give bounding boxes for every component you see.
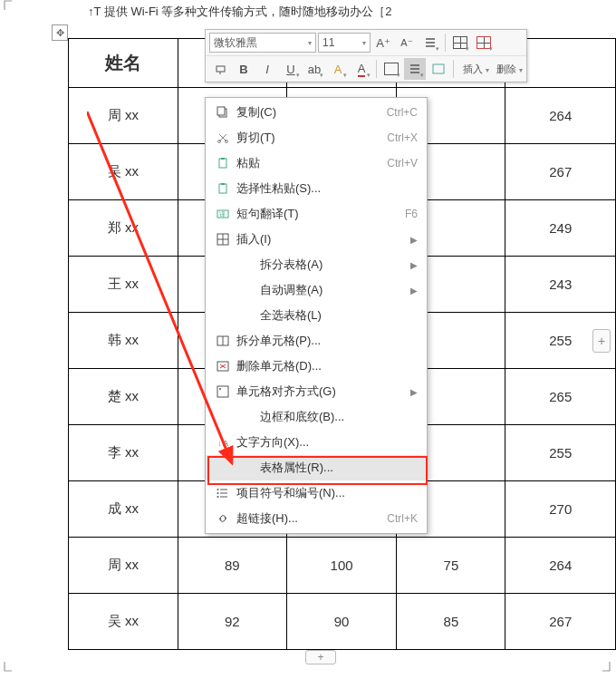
menu-item[interactable]: 粘贴Ctrl+V bbox=[206, 150, 427, 176]
menu-item-label: 单元格对齐方式(G) bbox=[233, 383, 410, 400]
table-insert-button[interactable] bbox=[449, 32, 471, 53]
menu-item-label: 复制(C) bbox=[233, 104, 387, 121]
menu-item-label: 短句翻译(T) bbox=[233, 206, 405, 222]
menu-item-label: 插入(I) bbox=[233, 231, 410, 247]
highlight-button[interactable]: A bbox=[327, 58, 349, 80]
menu-item-label: 全选表格(L) bbox=[233, 307, 418, 324]
add-column-button[interactable]: + bbox=[592, 329, 611, 353]
svg-rect-6 bbox=[219, 159, 226, 168]
menu-item-label: 删除单元格(D)... bbox=[233, 358, 418, 374]
menu-item[interactable]: 全选表格(L) bbox=[206, 303, 427, 328]
blank-icon bbox=[213, 408, 233, 426]
insert-group[interactable]: 插入 ▾ bbox=[463, 63, 489, 76]
grow-font-button[interactable]: A⁺ bbox=[372, 32, 394, 53]
menu-item[interactable]: 剪切(T)Ctrl+X bbox=[206, 125, 427, 150]
table-row[interactable]: 吴 xx929085267 bbox=[69, 594, 616, 650]
svg-rect-3 bbox=[217, 107, 225, 115]
doc-corner-br bbox=[602, 661, 612, 672]
svg-text:译: 译 bbox=[219, 211, 226, 218]
svg-rect-15 bbox=[217, 386, 228, 397]
menu-item[interactable]: 边框和底纹(B)... bbox=[206, 404, 427, 430]
copy-icon bbox=[213, 103, 233, 121]
add-row-button[interactable]: + bbox=[305, 650, 336, 664]
blank-icon bbox=[213, 306, 233, 325]
context-menu: 复制(C)Ctrl+C剪切(T)Ctrl+X粘贴Ctrl+V选择性粘贴(S)..… bbox=[205, 97, 428, 534]
format-painter-button[interactable] bbox=[209, 58, 231, 80]
menu-item-label: 选择性粘贴(S)... bbox=[233, 180, 418, 197]
menu-item[interactable]: ↓A文字方向(X)... bbox=[206, 430, 427, 455]
blank-icon bbox=[213, 281, 233, 299]
align-icon bbox=[213, 383, 233, 401]
menu-item-label: 剪切(T) bbox=[233, 130, 387, 146]
menu-item[interactable]: 复制(C)Ctrl+C bbox=[206, 100, 427, 125]
doc-corner-tl bbox=[2, 0, 13, 11]
menu-item-label: 边框和底纹(B)... bbox=[233, 409, 418, 425]
blank-icon bbox=[213, 256, 233, 274]
bold-button[interactable]: B bbox=[233, 58, 255, 80]
menu-item-label: 粘贴 bbox=[233, 155, 387, 171]
paste-special-icon bbox=[213, 179, 233, 198]
banner-text: ↑T 提供 Wi-Fi 等多种文件传输方式，随时随地移动办公［2 bbox=[88, 4, 392, 20]
menu-item[interactable]: 选择性粘贴(S)... bbox=[206, 176, 427, 201]
table-move-handle[interactable]: ✥ bbox=[52, 24, 68, 41]
translate-icon: 译 bbox=[213, 205, 233, 223]
strike-button[interactable]: ab bbox=[303, 58, 325, 80]
col-header-name[interactable]: 姓名 bbox=[69, 39, 178, 88]
link-icon bbox=[213, 509, 233, 528]
menu-item-label: 自动调整(A) bbox=[233, 282, 410, 298]
menu-item-label: 拆分表格(A) bbox=[233, 257, 410, 273]
line-spacing-button[interactable] bbox=[419, 32, 441, 53]
blank-icon bbox=[213, 459, 233, 477]
menu-item-label: 拆分单元格(P)... bbox=[233, 333, 418, 349]
menu-item[interactable]: 拆分单元格(P)... bbox=[206, 328, 427, 354]
svg-rect-8 bbox=[219, 184, 226, 193]
svg-rect-7 bbox=[221, 158, 225, 160]
menu-item[interactable]: 拆分表格(A)▶ bbox=[206, 252, 427, 277]
menu-item[interactable]: 表格属性(R)... bbox=[206, 455, 427, 480]
menu-item[interactable]: 单元格对齐方式(G)▶ bbox=[206, 379, 427, 404]
doc-corner-bl bbox=[2, 661, 13, 672]
menu-item[interactable]: 自动调整(A)▶ bbox=[206, 277, 427, 303]
font-color-button[interactable]: A bbox=[351, 58, 372, 80]
list-icon bbox=[213, 484, 233, 502]
split-icon bbox=[213, 332, 233, 350]
svg-rect-1 bbox=[433, 64, 444, 73]
border-button[interactable] bbox=[380, 58, 402, 80]
svg-rect-9 bbox=[221, 183, 225, 185]
svg-rect-0 bbox=[217, 66, 225, 72]
menu-item-label: 超链接(H)... bbox=[233, 510, 387, 527]
menu-item-label: 表格属性(R)... bbox=[233, 460, 418, 476]
svg-text:A: A bbox=[223, 439, 228, 448]
paste-icon bbox=[213, 154, 233, 172]
merge-button[interactable] bbox=[428, 58, 449, 80]
text-dir-icon: ↓A bbox=[213, 433, 233, 451]
menu-item[interactable]: 超链接(H)...Ctrl+K bbox=[206, 506, 427, 531]
svg-point-19 bbox=[217, 489, 219, 490]
svg-point-16 bbox=[219, 388, 221, 390]
insert-icon bbox=[213, 230, 233, 248]
table-row[interactable]: 周 xx8910075264 bbox=[69, 538, 616, 594]
menu-item[interactable]: 插入(I)▶ bbox=[206, 227, 427, 252]
menu-item[interactable]: 项目符号和编号(N)... bbox=[206, 480, 427, 506]
svg-point-21 bbox=[217, 496, 219, 498]
menu-item-label: 项目符号和编号(N)... bbox=[233, 485, 418, 501]
mini-toolbar: 微软雅黑▾ 11▾ A⁺ A⁻ B I U ab A A 插入 ▾ 删除 ▾ bbox=[205, 29, 527, 82]
italic-button[interactable]: I bbox=[256, 58, 278, 80]
align-button[interactable] bbox=[404, 58, 426, 80]
delete-group[interactable]: 删除 ▾ bbox=[496, 63, 523, 76]
menu-item-label: 文字方向(X)... bbox=[233, 434, 418, 451]
underline-button[interactable]: U bbox=[280, 58, 302, 80]
table-delete-button[interactable] bbox=[473, 32, 495, 53]
shrink-font-button[interactable]: A⁻ bbox=[396, 32, 418, 53]
font-size-select[interactable]: 11▾ bbox=[318, 33, 371, 53]
menu-item[interactable]: 删除单元格(D)... bbox=[206, 354, 427, 379]
cut-icon bbox=[213, 129, 233, 147]
delete-icon bbox=[213, 357, 233, 375]
svg-point-20 bbox=[217, 492, 219, 494]
font-select[interactable]: 微软雅黑▾ bbox=[209, 33, 316, 53]
svg-text:↓: ↓ bbox=[217, 438, 222, 448]
menu-item[interactable]: 译短句翻译(T)F6 bbox=[206, 201, 427, 227]
